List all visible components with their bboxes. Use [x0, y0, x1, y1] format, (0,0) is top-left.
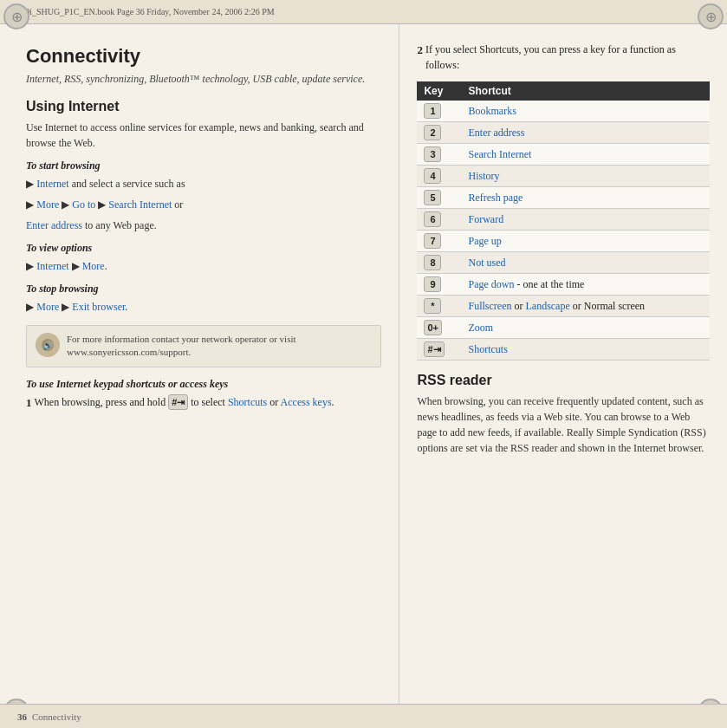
corner-decoration-tr: [698, 3, 724, 29]
step2-intro-row: 2 If you select Shortcuts, you can press…: [417, 42, 710, 73]
table-row: 0+Zoom: [417, 317, 710, 339]
key-cell: 4: [417, 166, 461, 187]
subtitle: Internet, RSS, synchronizing, Bluetooth™…: [26, 71, 381, 87]
more-link2: More: [82, 260, 105, 272]
crosshair-icon: [705, 9, 717, 25]
key-cell: 2: [417, 122, 461, 144]
arrow-icon: ▶: [26, 178, 36, 190]
internet-link2: Internet: [36, 260, 68, 272]
table-row: 2Enter address: [417, 122, 710, 144]
shortcut-cell: Page up: [461, 231, 710, 252]
key-cell: #⇥: [417, 339, 461, 361]
key-badge: 2: [424, 125, 441, 140]
key-cell: 6: [417, 209, 461, 231]
key-badge: 6: [424, 211, 441, 227]
key-badge: *: [424, 298, 441, 314]
table-row: 8Not used: [417, 252, 710, 274]
shortcut-cell: Forward: [461, 209, 710, 231]
key-cell: 7: [417, 231, 461, 252]
to-stop-browsing-label: To stop browsing: [26, 283, 381, 296]
left-column: Connectivity Internet, RSS, synchronizin…: [0, 24, 399, 704]
svg-text:🔊: 🔊: [42, 340, 54, 351]
more-link: More: [36, 198, 59, 211]
keypad-step1-text: When browsing, press and hold #⇥ to sele…: [35, 394, 334, 410]
shortcut-cell: Not used: [461, 252, 710, 274]
key-badge: 9: [424, 276, 441, 292]
shortcut-cell: Search Internet: [461, 144, 710, 166]
note-box: 🔊 For more information contact your netw…: [26, 325, 381, 367]
key-badge: 5: [424, 190, 441, 205]
stop-browsing-step: ▶ More ▶ Exit browser.: [26, 299, 381, 315]
key-badge: 0+: [424, 320, 442, 335]
table-row: 1Bookmarks: [417, 101, 710, 122]
shortcut-cell: Refresh page: [461, 187, 710, 209]
shortcut-cell: Page down - one at the time: [461, 274, 710, 296]
key-badge: #⇥: [424, 341, 444, 357]
key-cell: *: [417, 296, 461, 317]
step-number-2: 2: [417, 42, 423, 59]
start-browsing-step-3: Enter address to any Web page.: [26, 218, 381, 233]
table-row: 9Page down - one at the time: [417, 274, 710, 296]
key-cell: 5: [417, 187, 461, 209]
rss-body: When browsing, you can receive frequentl…: [417, 393, 710, 456]
to-start-browsing-label: To start browsing: [26, 159, 381, 172]
using-internet-body: Use Internet to access online services f…: [26, 120, 381, 151]
shortcut-cell: Zoom: [461, 317, 710, 339]
step-number-1: 1: [26, 394, 32, 412]
keypad-step-row: 1 When browsing, press and hold #⇥ to se…: [26, 394, 381, 412]
shortcut-cell: Bookmarks: [461, 101, 710, 122]
speaker-icon: 🔊: [41, 338, 55, 352]
shortcut-cell: Enter address: [461, 122, 710, 144]
access-keys-link: Access keys: [281, 396, 332, 408]
start-browsing-step-2: ▶ More ▶ Go to ▶ Search Internet or: [26, 197, 381, 212]
using-internet-title: Using Internet: [26, 99, 381, 114]
key-cell: 1: [417, 101, 461, 122]
exit-link: Exit browser: [72, 301, 125, 313]
col-shortcut-header: Shortcut: [461, 81, 710, 101]
key-cell: 8: [417, 252, 461, 274]
key-badge: 1: [424, 103, 441, 119]
shortcuts-link: Shortcuts: [228, 396, 267, 408]
bottom-label: Connectivity: [32, 712, 81, 722]
right-column: 2 If you select Shortcuts, you can press…: [399, 24, 727, 704]
key-cell: 9: [417, 274, 461, 296]
shortcuts-table: Key Shortcut 1Bookmarks2Enter address3Se…: [417, 81, 710, 361]
table-row: 3Search Internet: [417, 144, 710, 166]
main-content: Connectivity Internet, RSS, synchronizin…: [0, 24, 727, 704]
note-text: For more information contact your networ…: [67, 333, 372, 360]
key-badge: 4: [424, 168, 441, 184]
more-link3: More: [36, 301, 59, 313]
shortcut-cell: Shortcuts: [461, 339, 710, 361]
section-title: Connectivity: [26, 45, 381, 68]
view-options-step: ▶ Internet ▶ More.: [26, 258, 381, 274]
top-bar: K550i_SHUG_P1C_EN.book Page 36 Friday, N…: [0, 0, 727, 24]
start-browsing-step-1: ▶ Internet and select a service such as: [26, 176, 381, 192]
corner-decoration-tl: [3, 3, 29, 29]
arrow-icon: ▶: [26, 198, 36, 211]
internet-link: Internet: [36, 178, 68, 190]
key-badge: 3: [424, 146, 441, 162]
key-badge: 8: [424, 255, 441, 270]
table-row: 4History: [417, 166, 710, 187]
top-bar-text: K550i_SHUG_P1C_EN.book Page 36 Friday, N…: [10, 7, 275, 16]
arrow-icon: ▶: [26, 301, 36, 313]
table-row: 5Refresh page: [417, 187, 710, 209]
table-row: 6Forward: [417, 209, 710, 231]
key-cell: 0+: [417, 317, 461, 339]
table-header-row: Key Shortcut: [417, 81, 710, 101]
search-link: Search Internet: [108, 198, 172, 211]
page-number: 36: [17, 712, 27, 722]
col-key-header: Key: [417, 81, 461, 101]
enter-address-link: Enter address: [26, 219, 82, 231]
table-row: *Fullscreen or Landscape or Normal scree…: [417, 296, 710, 317]
bottom-bar: 36 Connectivity: [0, 704, 727, 728]
rss-title: RSS reader: [417, 373, 710, 388]
hash-key: #⇥: [168, 394, 188, 410]
keypad-shortcuts-label: To use Internet keypad shortcuts or acce…: [26, 378, 381, 391]
key-badge: 7: [424, 233, 441, 249]
key-cell: 3: [417, 144, 461, 166]
to-view-options-label: To view options: [26, 242, 381, 255]
note-icon: 🔊: [36, 333, 60, 357]
table-row: #⇥Shortcuts: [417, 339, 710, 361]
arrow-icon: ▶: [26, 260, 36, 272]
